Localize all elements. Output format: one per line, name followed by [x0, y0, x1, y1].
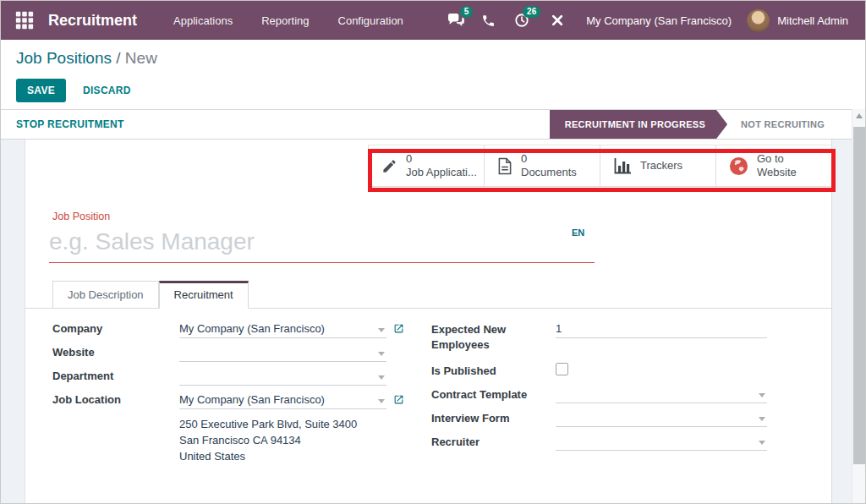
- trackers-text: Trackers: [640, 159, 682, 173]
- scrollbar-thumb[interactable]: [853, 127, 865, 464]
- chevron-down-icon[interactable]: [378, 399, 385, 403]
- form-left-column: Company My Company (San Francisco) Websi…: [52, 321, 421, 464]
- website-row: Website: [52, 345, 421, 362]
- odoo-recruitment-window: Recruitment Applications Reporting Confi…: [0, 0, 866, 504]
- is-published-field: [556, 363, 767, 380]
- job-location-label: Job Location: [52, 392, 179, 406]
- interview-form-label: Interview Form: [431, 410, 556, 426]
- scrollbar[interactable]: [852, 109, 865, 504]
- go-to-website-label-1: Go to: [757, 152, 797, 166]
- stage-not-recruiting[interactable]: NOT RECRUITING: [727, 110, 836, 139]
- contract-template-field[interactable]: [556, 386, 767, 403]
- pencil-icon: [381, 158, 397, 174]
- chevron-down-icon[interactable]: [759, 417, 765, 421]
- form-action-buttons: SAVE DISCARD: [16, 79, 131, 102]
- expected-new-employees-value: 1: [556, 322, 562, 335]
- company-external-link-icon[interactable]: [393, 321, 404, 337]
- job-applications-label: Job Applicati...: [406, 166, 477, 179]
- save-button[interactable]: SAVE: [16, 79, 66, 102]
- messages-badge: 5: [460, 6, 474, 18]
- company-row: Company My Company (San Francisco): [52, 321, 421, 338]
- globe-icon: [729, 156, 748, 176]
- is-published-label: Is Published: [431, 363, 556, 379]
- go-to-website-label-2: Website: [757, 166, 797, 179]
- menu-applications[interactable]: Applications: [159, 1, 247, 40]
- tab-job-description[interactable]: Job Description: [52, 281, 159, 309]
- expected-new-employees-label: Expected New Employees: [431, 321, 556, 353]
- trackers-button[interactable]: Trackers: [600, 145, 715, 186]
- interview-form-row: Interview Form: [431, 410, 803, 427]
- job-location-row: Job Location My Company (San Francisco): [52, 392, 421, 409]
- tools-button[interactable]: [540, 1, 574, 40]
- breadcrumb-new: New: [125, 49, 157, 67]
- contract-template-label: Contract Template: [431, 386, 556, 403]
- company-switcher[interactable]: My Company (San Francisco): [574, 14, 747, 27]
- tab-recruitment[interactable]: Recruitment: [159, 281, 249, 309]
- expected-new-employees-row: Expected New Employees 1: [431, 321, 803, 356]
- apps-grid-icon[interactable]: [13, 8, 36, 32]
- website-field[interactable]: [179, 345, 386, 362]
- chevron-down-icon[interactable]: [378, 375, 385, 380]
- job-position-label: Job Position: [52, 211, 110, 222]
- messages-button[interactable]: 5: [439, 1, 473, 40]
- documents-text: 0 Documents: [521, 152, 577, 179]
- breadcrumb: Job Positions / New: [16, 49, 157, 68]
- form-right-column: Expected New Employees 1 Is Published Co…: [431, 321, 803, 457]
- breadcrumb-separator: /: [112, 49, 125, 67]
- job-applications-text: 0 Job Applicati...: [406, 152, 477, 179]
- department-row: Department: [52, 369, 421, 386]
- job-location-address: 250 Executive Park Blvd, Suite 3400 San …: [179, 416, 421, 464]
- expected-new-employees-field[interactable]: 1: [556, 321, 767, 338]
- department-field[interactable]: [179, 369, 386, 386]
- document-icon: [497, 157, 512, 175]
- is-published-row: Is Published: [431, 363, 803, 380]
- menu-configuration[interactable]: Configuration: [324, 1, 418, 40]
- activities-badge: 26: [523, 6, 540, 18]
- notebook-tabs: Job Description Recruitment: [25, 281, 831, 309]
- recruiter-field[interactable]: [556, 434, 767, 451]
- bar-chart-icon: [613, 157, 632, 174]
- user-avatar[interactable]: [747, 9, 770, 32]
- company-field[interactable]: My Company (San Francisco): [179, 321, 386, 338]
- chevron-down-icon[interactable]: [378, 328, 385, 332]
- go-to-website-button[interactable]: Go to Website: [715, 145, 831, 186]
- website-label: Website: [52, 345, 179, 359]
- control-panel: Job Positions / New SAVE DISCARD: [1, 40, 865, 109]
- app-name[interactable]: Recruitment: [48, 12, 137, 30]
- activities-button[interactable]: 26: [503, 1, 540, 40]
- chevron-down-icon[interactable]: [759, 393, 765, 397]
- grid-icon: [14, 10, 35, 30]
- form-sheet: 0 Job Applicati... 0 Documents: [25, 140, 832, 504]
- phone-button[interactable]: [473, 1, 503, 40]
- documents-label: Documents: [521, 166, 577, 179]
- company-label: Company: [52, 321, 179, 335]
- stage-recruitment-in-progress[interactable]: RECRUITMENT IN PROGRESS: [550, 110, 727, 139]
- user-menu[interactable]: Mitchell Admin: [770, 14, 853, 27]
- job-position-input[interactable]: [49, 224, 595, 263]
- trackers-label: Trackers: [640, 159, 682, 173]
- discard-button[interactable]: DISCARD: [83, 85, 131, 96]
- statusbar: STOP RECRUITMENT RECRUITMENT IN PROGRESS…: [1, 109, 865, 140]
- job-location-external-link-icon[interactable]: [393, 392, 404, 408]
- job-applications-count: 0: [406, 152, 477, 166]
- chevron-down-icon[interactable]: [378, 352, 385, 356]
- breadcrumb-job-positions[interactable]: Job Positions: [16, 49, 112, 67]
- tools-icon: [550, 13, 565, 28]
- phone-icon: [481, 14, 496, 28]
- chevron-down-icon[interactable]: [759, 441, 765, 445]
- interview-form-field[interactable]: [556, 410, 767, 427]
- address-line-2: San Francisco CA 94134: [179, 432, 421, 448]
- scroll-up-arrow-icon[interactable]: [856, 113, 863, 118]
- stage-selector: RECRUITMENT IN PROGRESS NOT RECRUITING: [550, 110, 836, 139]
- menu-reporting[interactable]: Reporting: [247, 1, 323, 40]
- job-location-field[interactable]: My Company (San Francisco): [179, 392, 386, 409]
- job-applications-button[interactable]: 0 Job Applicati...: [368, 145, 484, 186]
- documents-count: 0: [521, 152, 577, 166]
- recruiter-row: Recruiter: [431, 434, 803, 451]
- is-published-checkbox[interactable]: [556, 363, 568, 375]
- language-toggle[interactable]: EN: [572, 227, 584, 238]
- documents-button[interactable]: 0 Documents: [484, 145, 600, 186]
- navbar-right: 5 26: [439, 1, 853, 40]
- top-navbar: Recruitment Applications Reporting Confi…: [1, 1, 865, 40]
- stop-recruitment-button[interactable]: STOP RECRUITMENT: [16, 118, 124, 130]
